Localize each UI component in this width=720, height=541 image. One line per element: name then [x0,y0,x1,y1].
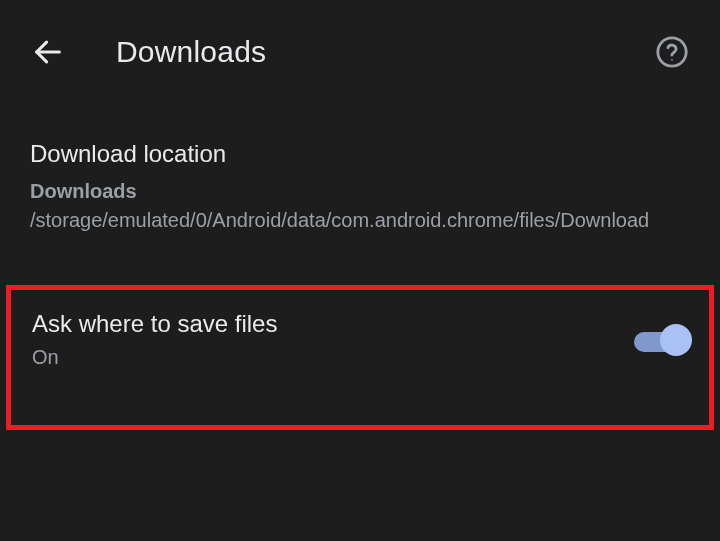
download-location-title: Download location [30,140,690,168]
arrow-back-icon [31,35,65,69]
help-button[interactable] [652,32,692,72]
download-location-folder: Downloads [30,180,137,202]
help-icon [655,35,689,69]
ask-where-toggle[interactable] [634,322,692,358]
ask-where-title: Ask where to save files [32,310,277,338]
toggle-thumb [660,324,692,356]
ask-where-texts: Ask where to save files On [32,310,277,369]
download-location-path: Downloads /storage/emulated/0/Android/da… [30,177,690,235]
ask-where-status: On [32,346,277,369]
ask-where-setting[interactable]: Ask where to save files On [32,310,692,369]
download-location-setting[interactable]: Download location Downloads /storage/emu… [30,104,690,263]
back-button[interactable] [28,32,68,72]
content-area: Download location Downloads /storage/emu… [0,104,720,263]
svg-point-1 [658,38,686,66]
svg-point-2 [671,59,673,61]
download-location-fullpath: /storage/emulated/0/Android/data/com.and… [30,209,649,231]
app-header: Downloads [0,0,720,104]
page-title: Downloads [116,35,604,69]
